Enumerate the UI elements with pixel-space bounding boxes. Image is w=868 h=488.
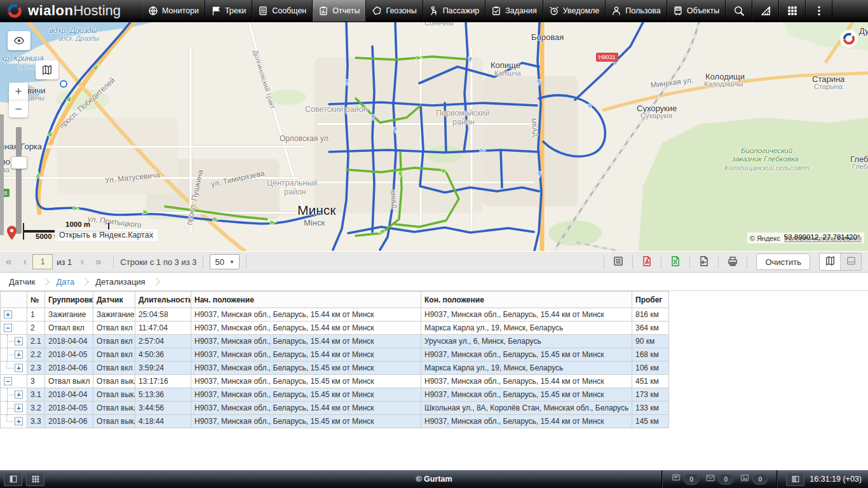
expand-button[interactable]: +	[15, 404, 23, 412]
chevron-down-icon: ▼	[229, 259, 234, 265]
cell-loc[interactable]: Н9037, Минская обл., Беларусь, 15.44 км …	[421, 308, 632, 322]
column-header: Группировка	[45, 292, 93, 308]
cell-loc[interactable]: Н9037, Минская обл., Беларусь, 15.44 км …	[191, 335, 421, 348]
cell-loc[interactable]: Н9037, Минская обл., Беларусь, 15.44 км …	[191, 322, 421, 335]
tab-geofences[interactable]: Геозоны	[366, 0, 423, 22]
chevron-right-icon	[81, 278, 89, 286]
tab-jobs[interactable]: Задания	[485, 0, 543, 22]
apps-button[interactable]	[779, 0, 806, 22]
cell-dur: 2:57:04	[135, 335, 191, 348]
passenger-icon	[429, 6, 439, 16]
visibility-button[interactable]	[8, 31, 31, 50]
cell-loc[interactable]: Уручская ул., 6, Минск, Беларусь	[421, 335, 632, 348]
measure-button[interactable]	[752, 0, 779, 22]
cell-group: Зажигание	[45, 308, 93, 322]
table-row[interactable]: +1ЗажиганиеЗажигание25:04:58Н9037, Минск…	[1, 308, 669, 322]
cell-loc[interactable]: Н9037, Минская обл., Беларусь, 15.45 км …	[191, 388, 421, 402]
clear-button[interactable]: Очистить	[756, 254, 810, 270]
collapse-button[interactable]: −	[4, 324, 12, 332]
expand-button[interactable]: +	[4, 311, 12, 319]
cell-loc[interactable]: Н9037, Минская обл., Беларусь, 15.44 км …	[421, 415, 632, 428]
cell-loc[interactable]: Н9037, Минская обл., Беларусь, 15.45 км …	[191, 362, 421, 375]
prev-page-button[interactable]: ‹	[17, 255, 32, 268]
zoom-out-button[interactable]: −	[9, 100, 28, 118]
search-button[interactable]	[726, 0, 752, 22]
table-row[interactable]: −3Отвал выклОтвал выкл13:17:16Н9037, Мин…	[1, 375, 669, 388]
zoom-slider[interactable]	[16, 127, 22, 234]
breadcrumb-item[interactable]: Дата	[56, 277, 74, 287]
cell-group: 2018-04-04	[45, 335, 93, 348]
tab-passengers[interactable]: Пассажир	[423, 0, 486, 22]
zoom-slider-handle[interactable]	[11, 156, 27, 169]
eye-icon	[13, 35, 25, 46]
cell-loc[interactable]: Школьная ул., 8А, Королёв Стан, Минская …	[421, 402, 632, 415]
table-row[interactable]: +3.12018-04-04Отвал выкл5:13:36Н9037, Ми…	[1, 388, 669, 402]
column-header: Длительность	[135, 292, 191, 308]
export-pdf-button[interactable]	[639, 254, 654, 269]
cell-group: 2018-04-05	[45, 402, 93, 415]
tab-tracks[interactable]: Треки	[205, 0, 252, 22]
cell-loc[interactable]: Н9037, Минская обл., Беларусь, 15.44 км …	[191, 308, 421, 322]
map-source-button[interactable]	[36, 60, 58, 79]
table-row[interactable]: +3.32018-04-06Отвал выкл4:18:44Н9037, Ми…	[1, 415, 669, 428]
breadcrumb-item[interactable]: Датчик	[9, 277, 35, 287]
expand-button[interactable]: +	[15, 337, 23, 346]
nav-actions	[726, 0, 832, 22]
cell-loc[interactable]: Н9037, Минская обл., Беларусь, 15.45 км …	[421, 388, 632, 402]
open-in-yandex-link[interactable]: Открыть в Яндекс.Картах	[55, 229, 158, 241]
table-row[interactable]: +2.32018-04-06Отвал вкл3:59:24Н9037, Мин…	[1, 362, 669, 375]
table-row[interactable]: −2Отвал вклОтвал вкл11:47:04Н9037, Минск…	[1, 322, 669, 335]
cell-loc[interactable]: Маркса Карла ул., 19, Минск, Беларусь	[421, 362, 632, 375]
cell-loc[interactable]: Н9037, Минская обл., Беларусь, 15.45 км …	[421, 348, 632, 362]
report-template-button[interactable]	[611, 254, 626, 269]
cell-loc[interactable]: Н9037, Минская обл., Беларусь, 15.45 км …	[191, 415, 421, 428]
logo-text-main: wialon	[28, 3, 73, 19]
map-area[interactable]: вдхр. Дроздывдсх. Драздыхр. Криницарыніц…	[0, 22, 868, 251]
map-view-toggle[interactable]	[820, 254, 840, 270]
cell-loc[interactable]: Н9037, Минская обл., Беларусь, 15.44 км …	[421, 375, 632, 388]
cell-loc[interactable]: Н9037, Минская обл., Беларусь, 15.45 км …	[191, 375, 421, 388]
wialon-logo-icon	[6, 3, 23, 19]
cell-loc[interactable]: Н9037, Минская обл., Беларусь, 15.44 км …	[191, 348, 421, 362]
cell-dur: 4:50:36	[135, 348, 191, 362]
report-table-container: №ГруппировкаДатчикДлительностьНач. полож…	[0, 291, 868, 470]
table-row[interactable]: +3.22018-04-05Отвал выкл3:44:56Н9037, Ми…	[1, 402, 669, 415]
zoom-in-button[interactable]: +	[9, 83, 28, 100]
expand-button[interactable]: +	[15, 364, 23, 372]
next-page-button[interactable]: ›	[74, 255, 90, 268]
more-button[interactable]	[806, 0, 832, 22]
table-row[interactable]: +2.22018-04-05Отвал вкл4:50:36Н9037, Мин…	[1, 348, 669, 362]
tab-units[interactable]: Объекты	[667, 0, 726, 22]
users-icon	[611, 6, 621, 16]
separator	[718, 255, 719, 269]
separator	[203, 255, 203, 269]
cell-loc[interactable]: Н9037, Минская обл., Беларусь, 15.44 км …	[191, 402, 421, 415]
export-excel-button[interactable]	[668, 254, 683, 269]
cell-mil: 106 км	[632, 362, 669, 375]
tab-reports[interactable]: Отчеты	[313, 0, 366, 22]
last-page-button[interactable]: »	[90, 255, 107, 268]
collapse-button[interactable]: −	[4, 377, 12, 386]
page-number-input[interactable]	[32, 254, 53, 269]
expand-button[interactable]: +	[15, 417, 23, 426]
breadcrumb-item[interactable]: Детализация	[95, 277, 145, 287]
expand-button[interactable]: +	[15, 391, 23, 399]
first-page-button[interactable]: «	[0, 255, 17, 268]
tab-monitoring[interactable]: Монитори	[142, 0, 205, 22]
road-number-badge: Н9031	[596, 53, 618, 62]
cell-loc[interactable]: Маркса Карла ул., 19, Минск, Беларусь	[421, 322, 632, 335]
page-size-select[interactable]: 50 ▼	[210, 254, 239, 269]
tab-notifications[interactable]: Уведомле	[543, 0, 606, 22]
cell-sensor: Отвал вкл	[93, 335, 135, 348]
export-file-button[interactable]	[696, 254, 712, 269]
page-size-value: 50	[215, 257, 224, 267]
expand-button[interactable]: +	[15, 351, 23, 359]
print-button[interactable]	[725, 254, 740, 269]
table-row[interactable]: +2.12018-04-04Отвал вкл2:57:04Н9037, Мин…	[1, 335, 669, 348]
tab-messages[interactable]: Сообщен	[252, 0, 313, 22]
tab-label: Уведомле	[563, 6, 600, 15]
tab-users[interactable]: Пользова	[606, 0, 667, 22]
pdf-icon	[641, 255, 653, 269]
cell-sensor: Отвал выкл	[93, 402, 135, 415]
split-view-toggle[interactable]	[840, 254, 861, 270]
